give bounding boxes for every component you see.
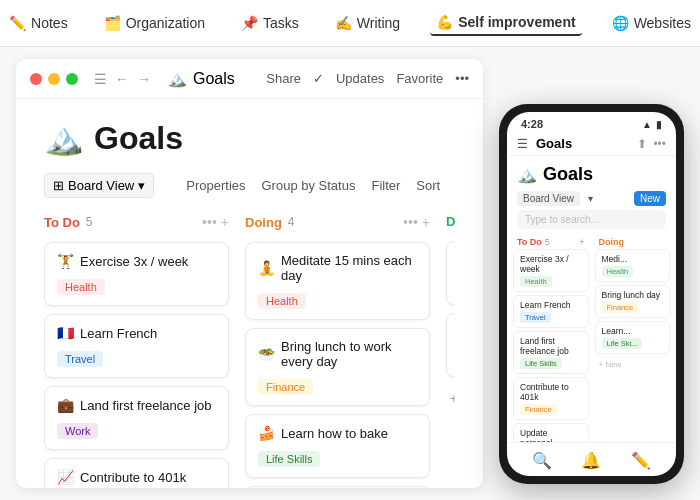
phone-status-badge: Life Skills xyxy=(520,358,562,369)
back-icon[interactable]: ← xyxy=(115,71,129,87)
page-title: Goals xyxy=(94,120,183,157)
page-emoji: 🏔️ xyxy=(167,69,187,88)
share-button[interactable]: Share xyxy=(266,71,301,86)
nav-label-organization: Organization xyxy=(126,15,205,31)
list-item[interactable]: Exercise 3x / week Health xyxy=(513,249,589,292)
updates-button[interactable]: Updates xyxy=(336,71,384,86)
table-row[interactable]: ✈️ Visi... Trave... xyxy=(446,241,455,305)
todo-add-icon[interactable]: ••• xyxy=(202,214,217,230)
list-item[interactable]: Medi... Health xyxy=(595,249,671,282)
phone-header-title: Goals xyxy=(536,136,629,151)
done-column-header: Done xyxy=(446,214,455,229)
phone-doing-title: Doing xyxy=(599,237,625,247)
phone-doing-new[interactable]: + New xyxy=(595,357,671,372)
favorite-button[interactable]: Favorite xyxy=(396,71,443,86)
phone-bell-icon[interactable]: 🔔 xyxy=(581,451,601,470)
search-placeholder: Type to search... xyxy=(525,214,599,225)
doing-column: Doing 4 ••• + 🧘 Meditate 15 mins each da… xyxy=(245,214,430,488)
doing-more-icon[interactable]: ••• xyxy=(403,214,418,230)
phone-mockup: 4:28 ▲ ▮ ☰ Goals ⬆ ••• 🏔️ Goals xyxy=(499,104,684,484)
doing-column-title: Doing xyxy=(245,215,282,230)
group-by-button[interactable]: Group by Status xyxy=(262,178,356,193)
nav-item-tasks[interactable]: 📌Tasks xyxy=(235,11,305,35)
nav-item-notes[interactable]: ✏️Notes xyxy=(3,11,74,35)
done-new-button[interactable]: + New xyxy=(446,385,455,412)
board-view-button[interactable]: ⊞ Board View ▾ xyxy=(44,173,154,198)
phone-search-icon[interactable]: 🔍 xyxy=(532,451,552,470)
table-row[interactable]: 🧘 Meditate 15 mins each day Health xyxy=(245,242,430,320)
phone-card-title: Learn French xyxy=(520,300,582,310)
chevron-down-icon: ▾ xyxy=(138,178,145,193)
phone-more-icon[interactable]: ••• xyxy=(653,137,666,151)
sort-button[interactable]: Sort xyxy=(416,178,440,193)
phone-columns: To Do 5 + Exercise 3x / week Health Lear… xyxy=(507,233,676,442)
table-row[interactable]: 🍰 Learn how to bake Life Skills xyxy=(245,414,430,478)
nav-icon-self-improvement: 💪 xyxy=(436,14,453,30)
phone-view-btn[interactable]: Board View xyxy=(517,191,580,206)
phone-status-badge: Travel xyxy=(520,312,551,323)
board-area: To Do 5 ••• + 🏋️ Exercise 3x / week Heal… xyxy=(44,214,455,488)
phone-todo-header: To Do 5 + xyxy=(513,233,589,249)
table-row[interactable]: 🎯 Go... Trave... xyxy=(446,313,455,377)
phone-time: 4:28 xyxy=(521,118,543,130)
phone-menu-icon[interactable]: ☰ xyxy=(517,137,528,151)
card-text: Contribute to 401k xyxy=(80,470,186,485)
phone-compose-icon[interactable]: ✏️ xyxy=(631,451,651,470)
phone-header-actions: ⬆ ••• xyxy=(637,137,666,151)
card-text: Exercise 3x / week xyxy=(80,254,188,269)
phone-new-btn[interactable]: New xyxy=(634,191,666,206)
todo-column: To Do 5 ••• + 🏋️ Exercise 3x / week Heal… xyxy=(44,214,229,488)
nav-icon-organization: 🗂️ xyxy=(104,15,121,31)
phone-doing-header: Doing xyxy=(595,233,671,249)
list-item[interactable]: Learn French Travel xyxy=(513,295,589,328)
list-item[interactable]: Learn... Life Ski... xyxy=(595,321,671,354)
table-row[interactable]: 📈 Contribute to 401k Finance xyxy=(44,458,229,488)
list-item[interactable]: Bring lunch day Finance xyxy=(595,285,671,318)
phone-share-icon[interactable]: ⬆ xyxy=(637,137,647,151)
card-emoji: 🇫🇷 xyxy=(57,325,74,341)
forward-icon[interactable]: → xyxy=(137,71,151,87)
main-area: ☰ ← → 🏔️ Goals Share ✓ Updates Favorite … xyxy=(0,47,700,500)
phone-status-badge: Finance xyxy=(602,302,639,313)
todo-more-icon[interactable]: + xyxy=(221,214,229,230)
status-badge: Work xyxy=(57,423,98,439)
phone-doing-column: Doing Medi... Health Bring lunch day Fin… xyxy=(595,233,671,442)
traffic-lights xyxy=(30,73,78,85)
phone-card-title: Update personal website xyxy=(520,428,582,442)
hamburger-icon[interactable]: ☰ xyxy=(94,71,107,87)
minimize-button[interactable] xyxy=(48,73,60,85)
phone-todo-title: To Do xyxy=(517,237,542,247)
table-row[interactable]: 🥗 Bring lunch to work every day Finance xyxy=(245,328,430,406)
filter-button[interactable]: Filter xyxy=(371,178,400,193)
doing-column-header: Doing 4 ••• + xyxy=(245,214,430,230)
card-text: Learn how to bake xyxy=(281,426,388,441)
list-item[interactable]: Update personal website Work xyxy=(513,423,589,442)
table-row[interactable]: 🇫🇷 Learn French Travel xyxy=(44,314,229,378)
nav-item-organization[interactable]: 🗂️Organization xyxy=(98,11,211,35)
doing-add-icon[interactable]: + xyxy=(422,214,430,230)
list-item[interactable]: Contribute to 401k Finance xyxy=(513,377,589,420)
properties-button[interactable]: Properties xyxy=(186,178,245,193)
table-row[interactable]: 🏀 Start basketball team Health Fun xyxy=(245,486,430,488)
card-title: 🧘 Meditate 15 mins each day xyxy=(258,253,417,283)
nav-item-writing[interactable]: ✍️Writing xyxy=(329,11,406,35)
table-row[interactable]: 🏋️ Exercise 3x / week Health xyxy=(44,242,229,306)
phone-status-badge: Health xyxy=(602,266,634,277)
phone-chevron-icon: ▾ xyxy=(588,193,593,204)
maximize-button[interactable] xyxy=(66,73,78,85)
phone-todo-actions[interactable]: + xyxy=(579,237,584,247)
close-button[interactable] xyxy=(30,73,42,85)
list-item[interactable]: Land first freelance job Life Skills xyxy=(513,331,589,374)
wifi-icon: ▲ xyxy=(642,119,652,130)
table-row[interactable]: 💼 Land first freelance job Work xyxy=(44,386,229,450)
phone-toolbar: Board View ▾ New xyxy=(507,189,676,210)
plus-icon: + xyxy=(450,391,455,406)
phone-card-title: Medi... xyxy=(602,254,664,264)
card-title: 📈 Contribute to 401k xyxy=(57,469,216,485)
card-emoji: 🧘 xyxy=(258,260,275,276)
more-options-button[interactable]: ••• xyxy=(455,71,469,86)
nav-item-self-improvement[interactable]: 💪Self improvement xyxy=(430,10,581,36)
nav-item-websites[interactable]: 🌐Websites xyxy=(606,11,697,35)
nav-label-self-improvement: Self improvement xyxy=(458,14,575,30)
phone-search-input[interactable]: Type to search... xyxy=(517,210,666,229)
